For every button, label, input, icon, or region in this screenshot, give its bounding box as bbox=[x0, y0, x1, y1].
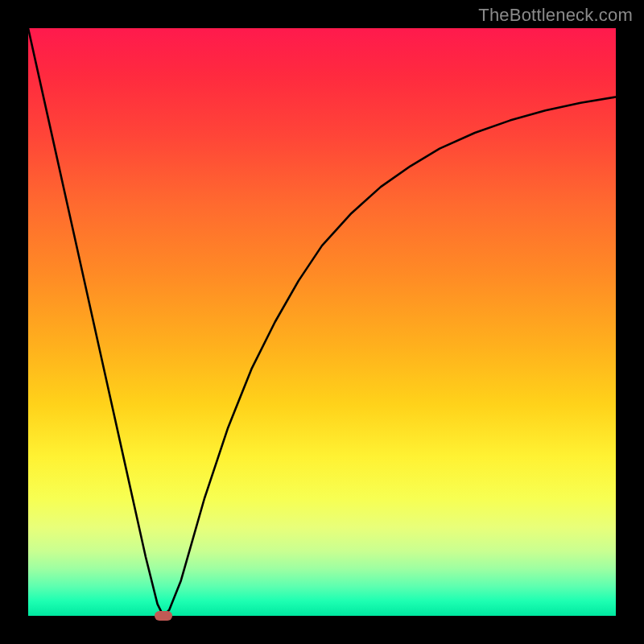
bottleneck-curve bbox=[28, 28, 616, 616]
chart-stage: TheBottleneck.com bbox=[0, 0, 644, 644]
curve-path bbox=[28, 28, 616, 616]
watermark-text: TheBottleneck.com bbox=[478, 5, 633, 26]
chart-plot-area bbox=[28, 28, 616, 616]
minimum-marker bbox=[155, 611, 172, 621]
